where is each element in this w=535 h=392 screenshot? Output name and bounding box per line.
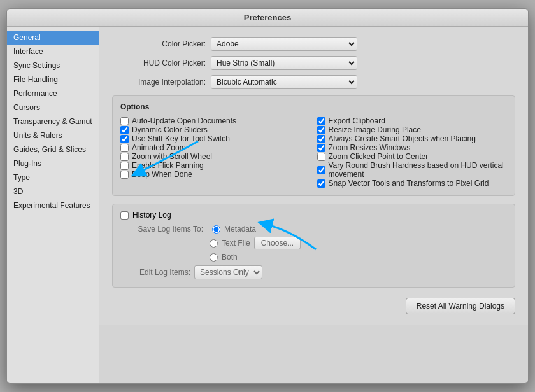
hud-color-picker-row: HUD Color Picker: Hue Strip (Small) Hue …	[112, 56, 515, 70]
sidebar-item-type[interactable]: Type	[7, 171, 99, 185]
history-log-box: History Log Save Log Items To: Metadata …	[112, 204, 515, 288]
log-metadata-radio[interactable]	[212, 225, 220, 234]
log-options: Save Log Items To: Metadata Text File Ch…	[133, 225, 507, 262]
sidebar-item-performance[interactable]: Performance	[7, 87, 99, 101]
main-content-wrapper: Color Picker: Adobe Windows HUD Color Pi…	[99, 27, 528, 383]
zoom-clicked-label: Zoom Clicked Point to Center	[329, 152, 429, 161]
sidebar-item-transparency-gamut[interactable]: Transparency & Gamut	[7, 115, 99, 129]
resize-image-label: Resize Image During Place	[329, 125, 421, 134]
flick-panning-checkbox[interactable]	[120, 162, 129, 170]
zoom-resizes-checkbox[interactable]	[317, 144, 325, 152]
history-log-label: History Log	[132, 211, 171, 220]
beep-done-label: Beep When Done	[132, 170, 192, 179]
edit-log-select[interactable]: Sessions Only Concise Detailed	[194, 265, 262, 279]
sidebar-item-cursors[interactable]: Cursors	[7, 101, 99, 115]
titlebar: Preferences	[7, 9, 528, 27]
checkbox-export-clipboard: Export Clipboard	[317, 116, 508, 125]
shift-key-label: Use Shift Key for Tool Switch	[132, 134, 230, 143]
checkbox-shift-key: Use Shift Key for Tool Switch	[120, 134, 311, 143]
snap-vector-label: Snap Vector Tools and Transforms to Pixe…	[329, 179, 489, 188]
dynamic-color-label: Dynamic Color Sliders	[132, 125, 208, 134]
checkbox-flick-panning: Enable Flick Panning	[120, 161, 311, 170]
preferences-window: Preferences General Interface Sync Setti…	[6, 8, 529, 384]
sidebar-item-units-rulers[interactable]: Units & Rulers	[7, 129, 99, 143]
sidebar-item-guides-grid-slices[interactable]: Guides, Grid & Slices	[7, 143, 99, 157]
auto-update-checkbox[interactable]	[120, 117, 129, 125]
smart-objects-label: Always Create Smart Objects when Placing	[329, 134, 476, 143]
edit-log-label: Edit Log Items:	[120, 268, 190, 277]
options-title: Options	[120, 102, 507, 111]
log-both-radio[interactable]	[210, 253, 218, 262]
sidebar-item-interface[interactable]: Interface	[7, 45, 99, 59]
sidebar-item-experimental[interactable]: Experimental Features	[7, 199, 99, 213]
zoom-scroll-label: Zoom with Scroll Wheel	[132, 152, 212, 161]
checkboxes-left: Auto-Update Open Documents Dynamic Color…	[120, 116, 311, 188]
log-metadata-label: Metadata	[224, 225, 256, 234]
checkbox-zoom-clicked: Zoom Clicked Point to Center	[317, 152, 508, 161]
auto-update-label: Auto-Update Open Documents	[132, 116, 236, 125]
reset-warning-dialogs-button[interactable]: Reset All Warning Dialogs	[406, 298, 515, 314]
vary-round-brush-label: Vary Round Brush Hardness based on HUD v…	[329, 161, 508, 179]
choose-button[interactable]: Choose...	[254, 237, 301, 249]
edit-log-row: Edit Log Items: Sessions Only Concise De…	[120, 265, 507, 279]
sidebar-item-3d[interactable]: 3D	[7, 185, 99, 199]
save-log-label: Save Log Items To:	[133, 225, 203, 234]
log-text-file-label: Text File	[222, 239, 250, 248]
checkbox-dynamic-color: Dynamic Color Sliders	[120, 125, 311, 134]
shift-key-checkbox[interactable]	[120, 135, 129, 143]
window-title: Preferences	[244, 13, 291, 22]
hud-color-picker-label: HUD Color Picker:	[112, 59, 211, 67]
checkbox-beep-done: Beep When Done	[120, 170, 311, 179]
vary-round-brush-checkbox[interactable]	[317, 166, 325, 174]
sidebar-item-sync-settings[interactable]: Sync Settings	[7, 59, 99, 73]
reset-btn-row: Reset All Warning Dialogs	[112, 298, 515, 314]
log-both-label: Both	[222, 253, 238, 262]
flick-panning-label: Enable Flick Panning	[132, 161, 204, 170]
checkbox-snap-vector: Snap Vector Tools and Transforms to Pixe…	[317, 179, 508, 188]
options-grid: Auto-Update Open Documents Dynamic Color…	[120, 116, 507, 188]
export-clipboard-label: Export Clipboard	[329, 116, 385, 125]
checkboxes-right: Export Clipboard Resize Image During Pla…	[317, 116, 508, 188]
zoom-resizes-label: Zoom Resizes Windows	[329, 143, 411, 152]
image-interpolation-select[interactable]: Nearest Neighbor Bilinear Bicubic Bicubi…	[211, 75, 357, 89]
color-picker-row: Color Picker: Adobe Windows	[112, 37, 515, 51]
checkbox-zoom-resizes: Zoom Resizes Windows	[317, 143, 508, 152]
history-log-checkbox[interactable]	[120, 211, 129, 220]
sidebar-item-plug-ins[interactable]: Plug-Ins	[7, 157, 99, 171]
log-text-file-row: Text File Choose...	[210, 237, 507, 249]
image-interpolation-row: Image Interpolation: Nearest Neighbor Bi…	[112, 75, 515, 89]
save-log-row: Save Log Items To: Metadata	[133, 225, 507, 234]
image-interpolation-label: Image Interpolation:	[112, 78, 211, 87]
snap-vector-checkbox[interactable]	[317, 179, 325, 188]
checkbox-auto-update: Auto-Update Open Documents	[120, 116, 311, 125]
animated-zoom-checkbox[interactable]	[120, 144, 129, 152]
history-log-header: History Log	[120, 211, 507, 220]
zoom-clicked-checkbox[interactable]	[317, 153, 325, 161]
log-both-row: Both	[210, 253, 507, 262]
checkbox-zoom-scroll: Zoom with Scroll Wheel	[120, 152, 311, 161]
checkbox-vary-round-brush: Vary Round Brush Hardness based on HUD v…	[317, 161, 508, 179]
color-picker-label: Color Picker:	[112, 39, 211, 48]
animated-zoom-label: Animated Zoom	[132, 143, 186, 152]
smart-objects-checkbox[interactable]	[317, 135, 325, 143]
sidebar: General Interface Sync Settings File Han…	[7, 27, 99, 383]
dynamic-color-checkbox[interactable]	[120, 126, 129, 134]
checkbox-smart-objects: Always Create Smart Objects when Placing	[317, 134, 508, 143]
checkbox-animated-zoom: Animated Zoom	[120, 143, 311, 152]
export-clipboard-checkbox[interactable]	[317, 117, 325, 125]
zoom-scroll-checkbox[interactable]	[120, 153, 129, 161]
options-box: Options Auto-Update Open Documents Dynam…	[112, 95, 515, 196]
beep-done-checkbox[interactable]	[120, 171, 129, 179]
main-content: Color Picker: Adobe Windows HUD Color Pi…	[99, 27, 528, 325]
hud-color-picker-select[interactable]: Hue Strip (Small) Hue Strip (Medium) Hue…	[211, 56, 357, 70]
sidebar-item-general[interactable]: General	[7, 31, 99, 45]
log-text-file-radio[interactable]	[210, 239, 218, 248]
resize-image-checkbox[interactable]	[317, 126, 325, 134]
color-picker-select[interactable]: Adobe Windows	[211, 37, 357, 51]
checkbox-resize-image: Resize Image During Place	[317, 125, 508, 134]
sidebar-item-file-handling[interactable]: File Handling	[7, 73, 99, 87]
